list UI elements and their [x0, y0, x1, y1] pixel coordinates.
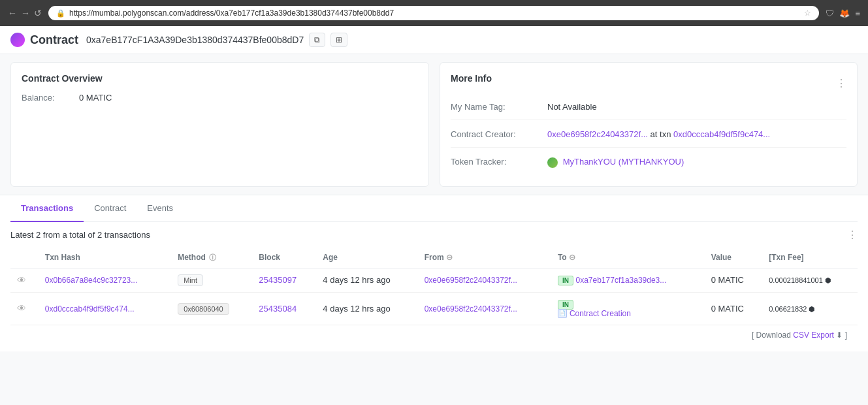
download-icon: ⬇ — [836, 331, 843, 340]
table-row: 👁 0xd0cccab4f9df5f9c474... 0x60806040 25… — [10, 292, 858, 325]
age-cell: 4 days 12 hrs ago — [316, 292, 417, 325]
col-method: Method ⓘ — [171, 248, 252, 268]
creator-tx-link[interactable]: 0xd0cccab4f9df5f9c474... — [673, 129, 770, 139]
age-text: 4 days 12 hrs ago — [323, 304, 390, 314]
more-info-options-button[interactable]: ⋮ — [836, 77, 846, 89]
col-eye — [10, 248, 39, 268]
from-filter-icon[interactable]: ⊝ — [446, 253, 453, 262]
shield-icon: 🛡 — [826, 8, 834, 18]
value-text: 0 MATIC — [711, 304, 744, 314]
page-title: Contract — [30, 33, 78, 47]
block-cell: 25435097 — [252, 268, 316, 292]
col-value: Value — [705, 248, 763, 268]
txn-hash-link[interactable]: 0xd0cccab4f9df5f9c474... — [45, 304, 135, 314]
eye-icon[interactable]: 👁 — [17, 275, 26, 285]
col-to: To ⊝ — [551, 248, 705, 268]
reload-button[interactable]: ↺ — [34, 8, 42, 18]
forward-button[interactable]: → — [21, 8, 30, 18]
lock-icon: 🔒 — [56, 9, 65, 18]
from-cell: 0xe0e6958f2c24043372f... — [418, 268, 551, 292]
from-cell: 0xe0e6958f2c24043372f... — [418, 292, 551, 325]
fee-cell: 0.000218841001 ⬢ — [762, 268, 858, 292]
to-address-link[interactable]: 0xa7eb177cf1a3a39de3... — [576, 276, 667, 285]
browser-chrome: ← → ↺ 🔒 https://mumbai.polygonscan.com/a… — [0, 0, 868, 26]
contract-overview-card: Contract Overview Balance: 0 MATIC — [10, 62, 429, 187]
from-address-link[interactable]: 0xe0e6958f2c24043372f... — [425, 304, 517, 314]
age-text: 4 days 12 hrs ago — [323, 275, 390, 285]
method-cell: Mint — [171, 268, 252, 292]
download-suffix: ] — [845, 331, 847, 340]
value-cell: 0 MATIC — [705, 268, 763, 292]
page-wrapper: Contract 0xa7eB177cF1A3A39De3b1380d37443… — [0, 26, 868, 405]
eye-icon[interactable]: 👁 — [17, 303, 26, 314]
token-tracker-value: MyThankYOU (MYTHANKYOU) — [547, 157, 684, 168]
address-bar[interactable]: 🔒 https://mumbai.polygonscan.com/address… — [48, 6, 819, 20]
to-contract-creation-link[interactable]: Contract Creation — [570, 309, 631, 318]
table-section: Latest 2 from a total of 2 transactions … — [0, 222, 868, 351]
balance-row: Balance: 0 MATIC — [22, 93, 418, 103]
col-block: Block — [252, 248, 316, 268]
tabs-section: Transactions Contract Events — [0, 195, 868, 222]
block-link[interactable]: 25435084 — [259, 304, 297, 314]
from-address-link[interactable]: 0xe0e6958f2c24043372f... — [425, 276, 517, 285]
back-button[interactable]: ← — [8, 8, 17, 18]
browser-nav-buttons: ← → ↺ — [8, 8, 42, 18]
value-cell: 0 MATIC — [705, 292, 763, 325]
method-cell: 0x60806040 — [171, 292, 252, 325]
to-filter-icon[interactable]: ⊝ — [569, 253, 575, 262]
direction-to-cell: IN 📄 Contract Creation — [551, 292, 705, 325]
direction-badge: IN — [558, 300, 573, 310]
name-tag-row: My Name Tag: Not Available — [451, 102, 846, 120]
download-prefix: [ Download — [752, 331, 791, 340]
token-tracker-link[interactable]: MyThankYOU (MYTHANKYOU) — [563, 157, 684, 167]
col-age: Age — [316, 248, 417, 268]
creator-at-text: at txn — [651, 129, 671, 139]
contract-logo-icon — [10, 33, 25, 47]
tab-contract[interactable]: Contract — [84, 195, 137, 222]
csv-export-link[interactable]: CSV Export — [793, 331, 834, 340]
token-tracker-label: Token Tracker: — [451, 157, 542, 167]
fee-cell: 0.06621832 ⬢ — [762, 292, 858, 325]
method-badge: 0x60806040 — [178, 303, 229, 315]
balance-value: 0 MATIC — [79, 93, 112, 103]
creator-address-link[interactable]: 0xe0e6958f2c24043372f... — [547, 129, 648, 139]
more-info-title: More Info — [451, 73, 492, 84]
fox-icon: 🦊 — [839, 8, 850, 18]
latest-transactions-text: Latest 2 from a total of 2 transactions — [10, 230, 150, 240]
name-tag-value: Not Available — [547, 102, 597, 112]
name-tag-label: My Name Tag: — [451, 102, 542, 112]
tab-events[interactable]: Events — [137, 195, 184, 222]
url-text: https://mumbai.polygonscan.com/address/0… — [69, 8, 394, 18]
table-row: 👁 0x0b66a7a8e4c9c32723... Mint 25435097 … — [10, 268, 858, 292]
txn-hash-cell: 0xd0cccab4f9df5f9c474... — [39, 292, 171, 325]
tabs: Transactions Contract Events — [10, 195, 858, 222]
tab-transactions[interactable]: Transactions — [10, 195, 84, 222]
value-text: 0 MATIC — [711, 275, 744, 285]
contract-address: 0xa7eB177cF1A3A39De3b1380d374437Bfe00b8d… — [86, 35, 304, 45]
col-txn-hash: Txn Hash — [39, 248, 171, 268]
txn-hash-cell: 0x0b66a7a8e4c9c32723... — [39, 268, 171, 292]
contract-creation-cell: 📄 Contract Creation — [558, 309, 698, 318]
copy-address-button[interactable]: ⧉ — [309, 33, 325, 47]
token-tracker-row: Token Tracker: MyThankYOU (MYTHANKYOU) — [451, 157, 846, 176]
block-link[interactable]: 25435097 — [259, 275, 297, 285]
contract-creation-icon: 📄 — [558, 309, 567, 318]
txn-hash-link[interactable]: 0x0b66a7a8e4c9c32723... — [45, 276, 137, 285]
fee-text: 0.06621832 ⬢ — [769, 305, 815, 313]
direction-badge: IN — [558, 276, 573, 285]
col-txn-fee: [Txn Fee] — [762, 248, 858, 268]
main-content: Contract Overview Balance: 0 MATIC More … — [0, 54, 868, 195]
eye-cell: 👁 — [10, 292, 39, 325]
more-info-header: More Info ⋮ — [451, 73, 846, 93]
transactions-tbody: 👁 0x0b66a7a8e4c9c32723... Mint 25435097 … — [10, 268, 858, 325]
bookmark-icon[interactable]: ☆ — [804, 8, 811, 18]
block-cell: 25435084 — [252, 292, 316, 325]
table-header: Txn Hash Method ⓘ Block Age From ⊝ — [10, 248, 858, 268]
qr-button[interactable]: ⊞ — [330, 33, 347, 47]
download-row: [ Download CSV Export ⬇ ] — [10, 325, 858, 345]
creator-label: Contract Creator: — [451, 129, 542, 139]
menu-icon[interactable]: ≡ — [855, 8, 860, 18]
page-header: Contract 0xa7eB177cF1A3A39De3b1380d37443… — [0, 26, 868, 54]
table-options-button[interactable]: ⋮ — [847, 229, 858, 241]
fee-text: 0.000218841001 ⬢ — [769, 276, 831, 284]
